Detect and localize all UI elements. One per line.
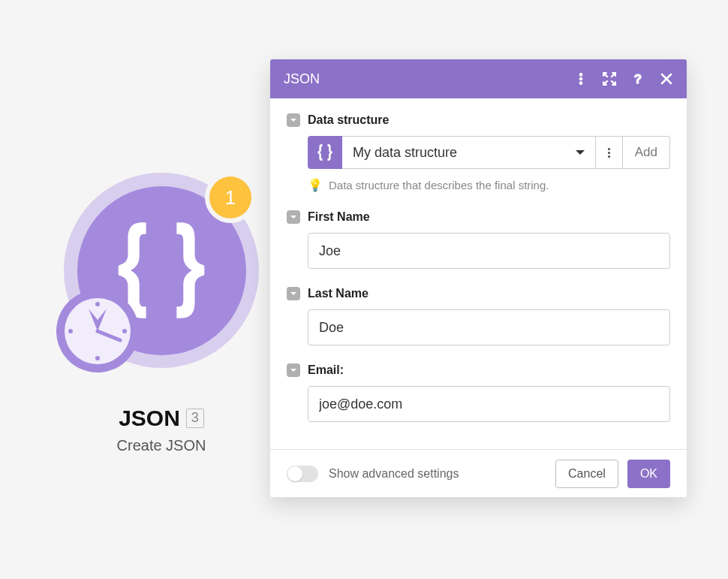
first-name-input[interactable] [308,233,670,269]
chevron-down-icon [290,213,297,221]
panel-body: Data structure My data structure [270,98,687,446]
panel-footer: Show advanced settings Cancel OK [270,449,687,497]
collapse-toggle[interactable] [287,210,300,224]
svg-point-3 [95,356,100,360]
helper-text: 💡 Data structure that describes the fina… [308,178,670,192]
last-name-input[interactable] [308,309,670,345]
svg-text:?: ? [634,72,642,86]
switch-knob [287,466,302,481]
more-icon[interactable] [574,72,588,86]
data-structure-picker: My data structure Add [308,136,670,169]
field-label: Email: [308,363,344,377]
field-label: First Name [308,210,370,224]
field-last-name: Last Name [287,287,670,345]
header-icons: ? [574,72,673,86]
chevron-down-icon [290,116,297,124]
ds-braces-icon [308,136,342,169]
close-icon[interactable] [660,72,673,86]
module-node: 1 JSON 3 Create JSON [56,173,266,454]
module-title: JSON [119,406,180,431]
svg-point-9 [579,82,582,85]
cancel-button[interactable]: Cancel [555,460,618,488]
svg-point-8 [579,77,582,80]
module-side-badge: 3 [186,409,204,427]
field-email: Email: [287,363,670,422]
advanced-settings-label: Show advanced settings [329,467,555,481]
svg-point-2 [95,302,100,306]
collapse-toggle[interactable] [287,287,300,300]
data-structure-more-button[interactable] [596,136,623,169]
counter-badge[interactable]: 1 [209,176,251,219]
svg-point-4 [68,329,73,333]
help-icon[interactable]: ? [631,72,645,86]
panel-title: JSON [284,71,574,87]
config-panel: JSON ? Data structure [270,59,687,497]
clock-icon[interactable] [53,286,143,379]
module-title-row: JSON 3 [119,406,204,431]
svg-point-7 [579,74,582,77]
ds-selected-label: My data structure [353,145,457,161]
field-data-structure: Data structure My data structure [287,113,670,192]
field-first-name: First Name [287,210,670,269]
expand-icon[interactable] [603,72,616,86]
chevron-down-icon [576,150,585,155]
collapse-toggle[interactable] [287,113,300,127]
data-structure-dropdown[interactable]: My data structure [342,136,596,169]
svg-point-5 [122,329,127,333]
more-icon [608,148,610,158]
chevron-down-icon [290,366,297,374]
data-structure-add-button[interactable]: Add [623,136,670,169]
email-input[interactable] [308,386,670,422]
helper-label: Data structure that describes the final … [329,179,549,191]
advanced-settings-toggle[interactable] [287,466,318,482]
module-circle[interactable]: 1 [64,173,259,368]
field-label: Last Name [308,287,369,300]
lightbulb-icon: 💡 [308,178,323,192]
collapse-toggle[interactable] [287,363,300,377]
chevron-down-icon [290,290,297,297]
module-subtitle: Create JSON [117,437,206,454]
panel-header: JSON ? [270,59,687,98]
field-label: Data structure [308,113,389,127]
ok-button[interactable]: OK [627,460,670,488]
